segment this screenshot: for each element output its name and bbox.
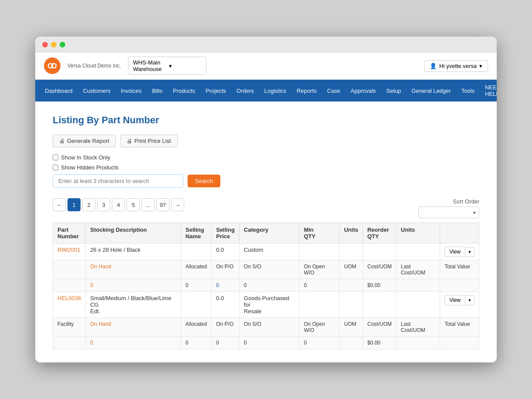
sub-uom-val xyxy=(340,279,363,292)
sub-facility-header xyxy=(53,260,86,279)
part-number-cell: RIM2001 xyxy=(53,243,86,260)
view-button: View ▾ xyxy=(444,247,475,257)
printer-icon-2: 🖨 xyxy=(127,138,132,144)
pagination-next[interactable]: → xyxy=(171,198,184,211)
view-main-btn-2[interactable]: View xyxy=(444,295,465,305)
nav-item-logistics[interactable]: Logistics xyxy=(259,83,292,98)
units-cell xyxy=(340,243,363,260)
warehouse-label: WHS-Main Warehouse xyxy=(133,59,165,72)
action-buttons: 🖨 Generate Report 🖨 Print Price List xyxy=(53,135,479,147)
sub-allocated-val: 0 xyxy=(181,279,212,292)
nav-item-dashboard[interactable]: Dashboard xyxy=(40,83,78,98)
sub-totalvalue-val xyxy=(440,279,479,292)
view-main-btn[interactable]: View xyxy=(444,247,465,257)
logo-icon xyxy=(44,57,61,74)
printer-icon: 🖨 xyxy=(59,138,65,144)
description-cell-2: Small/Medium / Black/Blue/Lime CGEdt. xyxy=(86,292,181,318)
show-hidden-row: Show Hidden Products xyxy=(53,164,479,171)
nav-item-case[interactable]: Case xyxy=(322,83,345,98)
search-input[interactable] xyxy=(53,174,183,188)
units-cell-2 xyxy=(340,292,363,318)
sub-header-row-2: Facility On Hand Allocated On P/O On S/O… xyxy=(53,318,479,337)
nav-item-approvals[interactable]: Approvals xyxy=(346,83,381,98)
sort-order-select[interactable] xyxy=(418,206,479,218)
part-number-link-2[interactable]: HEL0036 xyxy=(57,295,81,301)
nav-item-tools[interactable]: Tools xyxy=(456,83,480,98)
show-in-stock-row: Show In Stock Only xyxy=(53,154,479,161)
min-qty-cell-2 xyxy=(299,292,339,318)
pagination-page-1[interactable]: 1 xyxy=(67,198,81,211)
nav-item-orders[interactable]: Orders xyxy=(231,83,259,98)
sub-onso-val-2: 0 xyxy=(239,337,300,349)
dot-green[interactable] xyxy=(60,42,65,47)
sub-onopen-val: 0 xyxy=(299,279,339,292)
chevron-down-icon: ▾ xyxy=(169,63,202,69)
sub-facility-header-2: Facility xyxy=(53,318,86,337)
show-in-stock-checkbox[interactable] xyxy=(53,155,58,160)
col-units2: Units xyxy=(396,223,440,243)
category-cell-2: Goods Purchased forResale xyxy=(239,292,300,318)
show-in-stock-label[interactable]: Show In Stock Only xyxy=(61,154,110,161)
nav-item-bills[interactable]: Bills xyxy=(147,83,168,98)
view-dropdown-btn-2[interactable]: ▾ xyxy=(465,295,475,305)
col-selling-name: SellingName xyxy=(181,223,212,243)
pagination: ← 1 2 3 4 5 ... 97 → xyxy=(53,198,418,211)
selling-name-cell-2 xyxy=(181,292,212,318)
nav-item-invoices[interactable]: Invoices xyxy=(115,83,147,98)
browser-window: Versa Cloud Demo Inc. WHS-Main Warehouse… xyxy=(35,37,497,362)
pagination-page-97[interactable]: 97 xyxy=(156,198,169,211)
nav-bar: Dashboard Customers Invoices Bills Produ… xyxy=(35,80,497,101)
nav-item-general-ledger[interactable]: General Ledger xyxy=(406,83,456,98)
main-content: Listing By Part Number 🖨 Generate Report… xyxy=(35,101,497,362)
pagination-page-5[interactable]: 5 xyxy=(127,198,140,211)
reorder-qty-cell xyxy=(363,243,396,260)
col-actions xyxy=(440,223,479,243)
sub-totalvalue-header-2: Total Value xyxy=(440,318,479,337)
pagination-prev[interactable]: ← xyxy=(53,198,66,211)
sub-header-row: On Hand Allocated On P/O On S/O On Open … xyxy=(53,260,479,279)
view-button-2: View ▾ xyxy=(444,295,475,305)
units2-cell-2 xyxy=(396,292,440,318)
company-name: Versa Cloud Demo Inc. xyxy=(67,63,121,69)
part-number-link[interactable]: RIM2001 xyxy=(57,247,81,253)
sub-totalvalue-header: Total Value xyxy=(440,260,479,279)
show-hidden-label[interactable]: Show Hidden Products xyxy=(61,164,118,171)
min-qty-cell xyxy=(299,243,339,260)
description-cell: 26 x 28 Hole / Black xyxy=(86,243,181,260)
sub-lastcost-header: Last Cost/UOM xyxy=(396,260,440,279)
sub-lastcost-val xyxy=(396,279,440,292)
part-number-cell-2: HEL0036 xyxy=(53,292,86,318)
sub-costuom-val: $0.00 xyxy=(363,279,396,292)
pagination-page-4[interactable]: 4 xyxy=(112,198,125,211)
dot-yellow[interactable] xyxy=(51,42,57,47)
search-button[interactable]: Search xyxy=(188,175,220,187)
user-dropdown[interactable]: 👤 Hi yvette.versa ▾ xyxy=(424,60,488,72)
sub-uom-header: UOM xyxy=(340,260,363,279)
table-row: HEL0036 Small/Medium / Black/Blue/Lime C… xyxy=(53,292,479,318)
sub-onpo-header: On P/O xyxy=(212,260,239,279)
print-price-list-button[interactable]: 🖨 Print Price List xyxy=(120,135,178,147)
nav-item-reports[interactable]: Reports xyxy=(292,83,322,98)
pagination-page-2[interactable]: 2 xyxy=(82,198,95,211)
dot-red[interactable] xyxy=(42,42,48,47)
pagination-ellipsis: ... xyxy=(141,198,155,211)
selling-name-cell xyxy=(181,243,212,260)
pagination-page-3[interactable]: 3 xyxy=(97,198,110,211)
show-hidden-checkbox[interactable] xyxy=(53,165,58,170)
nav-item-setup[interactable]: Setup xyxy=(381,83,406,98)
nav-item-projects[interactable]: Projects xyxy=(200,83,231,98)
sub-costuom-header: Cost/UOM xyxy=(363,260,396,279)
col-category: Category xyxy=(239,223,300,243)
col-selling-price: SellingPrice xyxy=(212,223,239,243)
sub-lastcost-header-2: Last Cost/UOM xyxy=(396,318,440,337)
nav-item-customers[interactable]: Customers xyxy=(78,83,116,98)
sub-allocated-val-2: 0 xyxy=(181,337,212,349)
warehouse-dropdown[interactable]: WHS-Main Warehouse ▾ xyxy=(128,57,206,75)
nav-help[interactable]: NEED HELP ? xyxy=(480,80,497,101)
table-header-row: PartNumber Stocking Description SellingN… xyxy=(53,223,479,243)
nav-item-products[interactable]: Products xyxy=(168,83,200,98)
sub-facility-val-2 xyxy=(53,337,86,349)
generate-report-button[interactable]: 🖨 Generate Report xyxy=(53,135,116,147)
view-dropdown-btn[interactable]: ▾ xyxy=(465,247,475,257)
chevron-down-icon: ▾ xyxy=(479,63,482,69)
